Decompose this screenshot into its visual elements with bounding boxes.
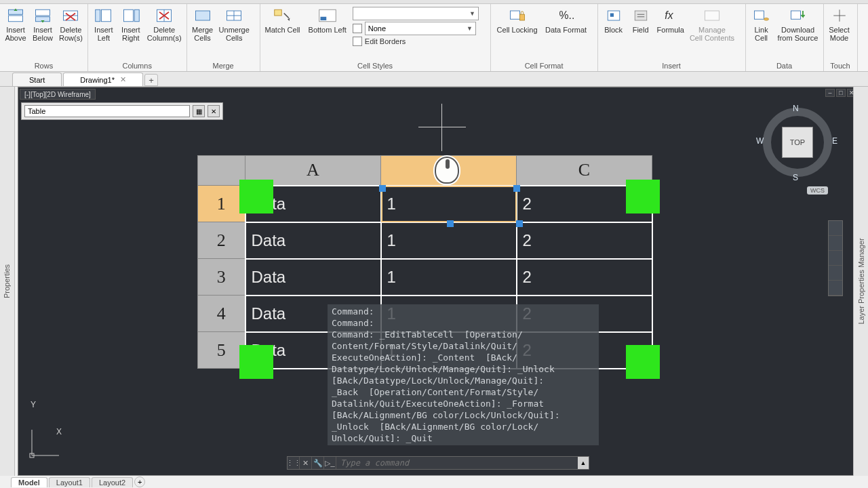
table-cell[interactable]: 1 — [381, 259, 517, 296]
table-cell[interactable]: 2 — [517, 259, 652, 296]
tab-start[interactable]: Start — [12, 73, 62, 86]
layout-tabs: Model Layout1 Layout2 + — [11, 476, 145, 488]
table-cell[interactable]: Data — [245, 259, 381, 296]
nav-tool-strip[interactable] — [828, 220, 843, 296]
close-panel-icon[interactable]: ✕ — [208, 105, 220, 117]
insert-left-button[interactable]: InsertLeft — [91, 5, 117, 43]
properties-palette-bar[interactable]: Properties — [0, 87, 15, 476]
cmd-history-arrow-icon[interactable]: ▲ — [578, 457, 589, 469]
selection-handle[interactable] — [626, 345, 660, 379]
cmd-customize-icon[interactable]: 🔧 — [312, 457, 324, 469]
cell-locking-button[interactable]: Cell Locking — [494, 5, 541, 35]
manage-cell-contents-button[interactable]: ManageCell Contents — [688, 5, 736, 43]
layer-properties-bar[interactable]: Layer Properties Manager — [853, 87, 868, 476]
viewcube-s[interactable]: S — [793, 173, 798, 182]
quick-select-icon[interactable]: ▦ — [193, 105, 205, 117]
row-header-5[interactable]: 5 — [198, 332, 245, 369]
layout-tab-1[interactable]: Layout1 — [49, 477, 90, 487]
match-cell-button[interactable]: Match Cell — [263, 5, 302, 60]
viewport-label[interactable]: [-][Top][2D Wireframe] — [20, 89, 96, 100]
link-cell-label: LinkCell — [754, 26, 768, 42]
cell-grip[interactable] — [379, 185, 386, 192]
merge-cells-button[interactable]: MergeCells — [190, 5, 216, 43]
select-mode-button[interactable]: SelectMode — [827, 5, 852, 43]
cell-style-combo[interactable]: ▼ — [353, 7, 479, 20]
command-history: Command:Command:Command: _EditTableCell … — [328, 304, 599, 445]
wcs-badge[interactable]: WCS — [807, 186, 828, 195]
new-tab-button[interactable]: + — [144, 74, 158, 86]
row-header-1[interactable]: 1 — [198, 186, 245, 222]
unmerge-cells-button[interactable]: UnmergeCells — [217, 5, 252, 43]
layout-tab-model[interactable]: Model — [11, 477, 47, 487]
row-header-4[interactable]: 4 — [198, 296, 245, 332]
block-button[interactable]: Block — [601, 5, 627, 35]
alignment-button[interactable]: Bottom Left — [307, 5, 349, 60]
delete-columns-button[interactable]: DeleteColumn(s) — [145, 5, 184, 43]
formula-button[interactable]: fxFormula — [655, 5, 686, 35]
cmd-grip-icon[interactable]: ⋮⋮ — [288, 457, 300, 469]
alignment-label: Bottom Left — [309, 26, 347, 34]
row-header-2[interactable]: 2 — [198, 222, 245, 259]
table-corner[interactable] — [198, 156, 245, 186]
ribbon-group-columns: InsertLeft InsertRight DeleteColumn(s) C… — [88, 4, 187, 71]
minimize-icon[interactable]: – — [825, 89, 835, 97]
viewcube-face-top[interactable]: TOP — [782, 127, 813, 158]
delete-col-icon — [153, 7, 175, 24]
delete-rows-button[interactable]: DeleteRow(s) — [57, 5, 85, 43]
ribbon-group-cell-format: Cell Locking %..Data Format Cell Format — [491, 4, 598, 71]
edit-borders-check[interactable] — [353, 37, 362, 46]
cmd-close-icon[interactable]: ✕ — [300, 457, 312, 469]
svg-rect-31 — [791, 11, 800, 19]
bg-fill-combo[interactable]: None▼ — [365, 22, 476, 35]
command-line[interactable]: ⋮⋮ ✕ 🔧 ▷_ ▲ — [287, 456, 589, 470]
command-input[interactable] — [336, 458, 578, 468]
cell-grip[interactable] — [447, 220, 454, 227]
viewcube-w[interactable]: W — [756, 136, 764, 146]
svg-rect-6 — [101, 9, 111, 22]
close-tab-icon[interactable]: ✕ — [120, 75, 126, 84]
chevron-down-icon: ▼ — [467, 25, 473, 32]
link-cell-button[interactable]: LinkCell — [749, 5, 774, 43]
download-label: Downloadfrom Source — [778, 26, 818, 42]
viewcube[interactable]: TOP N S E W — [760, 105, 835, 180]
formula-icon: fx — [660, 7, 682, 24]
maximize-icon[interactable]: □ — [836, 89, 846, 97]
ribbon-group-cell-styles: Match Cell Bottom Left ▼ None▼ Edit Bord… — [260, 4, 491, 71]
table-cell[interactable]: 2 — [517, 222, 652, 259]
selection-handle[interactable] — [239, 180, 273, 214]
svg-rect-2 — [36, 9, 50, 16]
layout-tab-2[interactable]: Layout2 — [92, 477, 133, 487]
viewcube-e[interactable]: E — [832, 136, 837, 146]
selection-handle[interactable] — [626, 180, 660, 214]
merge-cells-label: MergeCells — [192, 26, 213, 42]
cell-grip[interactable] — [513, 185, 520, 192]
download-source-button[interactable]: Downloadfrom Source — [776, 5, 821, 43]
edit-borders-label[interactable]: Edit Borders — [365, 37, 406, 45]
insert-below-label: InsertBelow — [33, 26, 53, 42]
add-layout-button[interactable]: + — [134, 476, 145, 487]
field-button[interactable]: Field — [628, 5, 654, 35]
insert-below-button[interactable]: InsertBelow — [30, 5, 56, 43]
selection-handle[interactable] — [239, 345, 273, 379]
bg-none-check[interactable] — [353, 24, 362, 33]
tab-drawing1[interactable]: Drawing1*✕ — [63, 73, 143, 86]
group-label-touch: Touch — [827, 60, 854, 71]
row-header-3[interactable]: 3 — [198, 259, 245, 296]
insert-row-below-icon — [32, 7, 54, 24]
data-format-button[interactable]: %..Data Format — [542, 5, 590, 35]
document-tabs: Start Drawing1*✕ + — [0, 72, 868, 87]
cell-grip[interactable] — [516, 220, 523, 227]
viewport[interactable]: [-][Top][2D Wireframe] – □ ✕ Table ▦ ✕ A… — [18, 87, 860, 476]
object-type-combo[interactable]: Table — [24, 105, 190, 117]
svg-rect-23 — [610, 14, 613, 17]
insert-above-button[interactable]: InsertAbove — [3, 5, 28, 43]
viewcube-n[interactable]: N — [793, 104, 799, 113]
table-cell[interactable]: Data — [245, 222, 381, 259]
data-format-label: Data Format — [545, 26, 587, 34]
properties-quick-panel: Table ▦ ✕ — [21, 102, 223, 120]
unmerge-icon — [223, 7, 245, 24]
table-cell[interactable]: 1 — [381, 186, 517, 222]
delete-rows-label: DeleteRow(s) — [59, 26, 83, 42]
insert-right-button[interactable]: InsertRight — [118, 5, 144, 43]
table-cell[interactable]: 1 — [381, 222, 517, 259]
